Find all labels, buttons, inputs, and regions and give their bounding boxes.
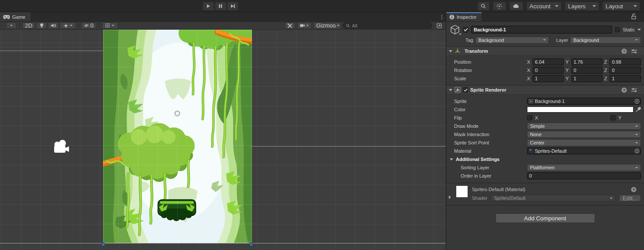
rotation-y-input[interactable]: 0 <box>572 67 603 74</box>
scale-z-input[interactable]: 1 <box>610 75 641 82</box>
gameobject-icon-button[interactable] <box>450 24 460 35</box>
wrench-screwdriver-icon <box>287 23 293 28</box>
scene-search-input[interactable]: All <box>343 22 432 29</box>
tag-dropdown[interactable]: Background <box>475 37 549 44</box>
order-in-layer-input[interactable]: 0 <box>527 172 641 179</box>
toolbar-separator <box>99 23 99 28</box>
game-view-tabbar: Game <box>0 12 446 22</box>
presets-icon[interactable] <box>631 88 637 92</box>
add-component-button[interactable]: Add Component <box>496 213 595 223</box>
sprite-renderer-header[interactable]: Sprite Renderer ? <box>446 86 644 95</box>
scene-lighting-button[interactable] <box>36 22 47 29</box>
sprite-sort-point-dropdown[interactable]: Center <box>527 139 641 146</box>
scene-viewport[interactable] <box>0 30 446 250</box>
layout-dropdown[interactable]: Layout <box>603 2 640 10</box>
tab-inspector[interactable]: Inspector <box>446 12 482 21</box>
mask-interaction-dropdown[interactable]: None <box>527 131 641 138</box>
camera-gizmo-icon[interactable] <box>52 139 71 156</box>
material-preview-swatch[interactable] <box>456 186 468 197</box>
sorting-layer-dropdown[interactable]: Plattformen <box>527 164 641 171</box>
material-object-field[interactable]: Sprites-Default <box>527 147 641 154</box>
static-dropdown-arrow[interactable] <box>637 29 641 31</box>
chevron-down-icon <box>635 134 638 135</box>
pause-button[interactable] <box>215 2 226 10</box>
collab-button[interactable] <box>493 2 506 10</box>
help-icon[interactable]: ? <box>631 187 637 192</box>
foldout-arrow-icon[interactable] <box>449 50 452 52</box>
grid-icon <box>105 23 110 28</box>
search-button[interactable] <box>478 2 489 10</box>
chevron-down-icon <box>459 34 461 35</box>
scene-visibility-button[interactable]: 0 <box>81 22 96 29</box>
chevron-down-icon <box>543 39 546 41</box>
grid-major-line <box>252 146 446 147</box>
flip-x-checkbox[interactable] <box>527 115 532 120</box>
grid-major-line <box>0 243 446 243</box>
maximize-button[interactable] <box>434 22 444 29</box>
color-row: Color <box>446 106 644 113</box>
sprite-picker-button[interactable] <box>634 99 640 104</box>
color-swatch[interactable] <box>527 106 634 113</box>
chevron-down-icon <box>337 25 340 26</box>
sprite-object-value: Background-1 <box>535 99 565 104</box>
gameobject-active-checkbox[interactable] <box>463 27 468 33</box>
scene-audio-button[interactable] <box>48 22 59 29</box>
position-y-input[interactable]: 1.76 <box>572 58 603 65</box>
foldout-arrow-icon[interactable] <box>449 89 452 91</box>
sprite-handle-bottom-right[interactable] <box>249 243 253 247</box>
sorting-layer-value: Plattformen <box>530 165 554 170</box>
shader-value: Sprites/Default <box>494 195 525 201</box>
scene-effects-dropdown[interactable] <box>60 22 76 29</box>
scene-tools-button[interactable] <box>285 22 295 29</box>
material-picker-button[interactable] <box>634 148 640 154</box>
transform-header[interactable]: Transform ? <box>446 47 644 56</box>
position-z-input[interactable]: 0.98 <box>610 58 641 65</box>
collab-icon <box>496 3 502 9</box>
game-panel-menu-button[interactable] <box>438 12 446 21</box>
sprite-renderer-enabled-checkbox[interactable] <box>463 87 468 92</box>
layer-value: Background <box>573 38 599 43</box>
2d-mode-label: 2D <box>25 22 32 29</box>
additional-settings-foldout[interactable]: Additional Settings <box>446 155 644 163</box>
draw-mode-dropdown[interactable]: Simple <box>527 123 641 130</box>
tag-label: Tag <box>465 38 473 43</box>
help-icon[interactable]: ? <box>621 48 627 54</box>
position-x-input[interactable]: 6.04 <box>533 58 564 65</box>
order-in-layer-row: Order in Layer 0 <box>446 172 644 180</box>
material-preview-foldout[interactable] <box>449 195 451 199</box>
gizmos-dropdown[interactable]: Gizmos <box>313 22 341 29</box>
rotation-z-input[interactable]: 0 <box>610 67 641 74</box>
sprite-handle-bottom-left[interactable] <box>101 243 105 247</box>
scale-x-input[interactable]: 1 <box>533 75 564 82</box>
draw-mode-dropdown[interactable] <box>6 22 17 29</box>
grid-visibility-dropdown[interactable] <box>102 22 118 29</box>
unlock-icon[interactable] <box>631 14 636 19</box>
scene-camera-dropdown[interactable] <box>297 22 311 29</box>
camera-icon <box>300 24 305 27</box>
account-dropdown-label: Account <box>530 3 551 10</box>
sprite-thumb-icon <box>529 99 533 103</box>
rotation-x-input[interactable]: 0 <box>533 67 564 74</box>
step-button[interactable] <box>227 2 238 10</box>
tab-game[interactable]: Game <box>0 12 31 21</box>
shader-edit-button[interactable]: Edit... <box>619 195 641 202</box>
sprite-object-field[interactable]: Background-1 <box>527 98 641 105</box>
flip-y-checkbox[interactable] <box>610 115 616 120</box>
help-icon[interactable]: ? <box>621 87 627 93</box>
kebab-menu-icon <box>441 15 442 16</box>
z-axis-label: Z <box>604 59 607 65</box>
static-checkbox[interactable] <box>615 27 620 32</box>
gameobject-name-input[interactable]: Background-1 <box>471 26 612 34</box>
background-sprite[interactable] <box>103 30 252 243</box>
2d-mode-button[interactable]: 2D <box>22 22 35 29</box>
cloud-button[interactable] <box>510 2 523 10</box>
layers-dropdown[interactable]: Layers <box>565 2 599 10</box>
account-dropdown[interactable]: Account <box>527 2 561 10</box>
layer-dropdown[interactable]: Background <box>570 37 641 44</box>
presets-icon[interactable] <box>631 49 637 54</box>
shader-dropdown[interactable]: Sprites/Default <box>491 195 615 202</box>
eyedropper-icon[interactable] <box>635 107 641 113</box>
cloud-icon <box>513 4 520 8</box>
scale-y-input[interactable]: 1 <box>572 75 603 82</box>
play-button[interactable] <box>203 2 214 10</box>
